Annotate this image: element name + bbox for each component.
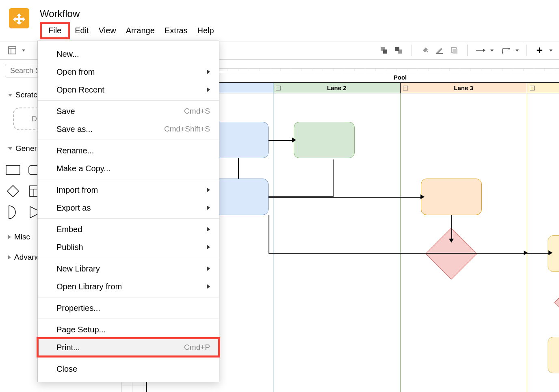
menu-item-save-as[interactable]: Save as...Cmd+Shift+S [38, 120, 219, 138]
menu-item-label: Import from [56, 185, 98, 195]
lane-4[interactable] [527, 93, 559, 392]
collapse-icon[interactable]: − [530, 86, 535, 90]
flow-decision[interactable] [554, 276, 559, 328]
menu-item-import-from[interactable]: Import from [38, 181, 219, 199]
svg-rect-4 [383, 50, 387, 54]
chevron-right-icon [207, 187, 210, 192]
menu-separator [38, 218, 219, 219]
flow-node[interactable] [421, 179, 482, 215]
svg-rect-10 [453, 49, 457, 54]
lane-header-3[interactable]: −Lane 3 [401, 83, 527, 93]
collapse-icon[interactable]: − [403, 86, 408, 90]
menu-item-new[interactable]: New... [38, 45, 219, 63]
collapse-icon[interactable]: − [276, 86, 281, 90]
svg-rect-18 [6, 166, 20, 174]
menubar: File Edit View Arrange Extras Help [40, 22, 219, 39]
menu-item-close[interactable]: Close [38, 360, 219, 378]
svg-rect-6 [395, 47, 399, 51]
menu-separator [38, 297, 219, 297]
menu-item-save[interactable]: SaveCmd+S [38, 102, 219, 120]
section-label: Misc [14, 233, 30, 241]
menu-item-label: Page Setup... [56, 325, 106, 334]
chevron-right-icon [207, 245, 210, 250]
menu-item-label: Save as... [56, 125, 93, 134]
file-menu: New...Open fromOpen RecentSaveCmd+SSave … [37, 41, 219, 382]
menu-item-label: Embed [56, 225, 82, 234]
menu-item-open-library-from[interactable]: Open Library from [38, 278, 219, 295]
waypoint-caret-icon[interactable] [516, 50, 519, 52]
menu-help[interactable]: Help [193, 22, 219, 39]
menu-item-label: Publish [56, 243, 83, 252]
svg-marker-23 [7, 185, 19, 197]
menu-item-rename[interactable]: Rename... [38, 142, 219, 159]
to-front-icon[interactable] [378, 45, 390, 56]
menu-item-print[interactable]: Print...Cmd+P [38, 338, 219, 356]
shape-rect[interactable] [5, 162, 21, 178]
menu-separator [38, 179, 219, 179]
menu-item-publish[interactable]: Publish [38, 238, 219, 256]
menu-separator [38, 319, 219, 319]
add-caret-icon[interactable] [549, 50, 552, 52]
menu-item-export-as[interactable]: Export as [38, 199, 219, 217]
menu-separator [38, 140, 219, 140]
document-title[interactable]: Workflow [40, 8, 219, 22]
arrow-caret-icon[interactable] [490, 50, 494, 52]
chevron-right-icon [207, 87, 210, 92]
lane-header-4[interactable]: −Lane 4 [527, 83, 559, 93]
menu-item-label: Print... [56, 343, 80, 352]
shape-rhombus[interactable] [5, 183, 21, 199]
menu-separator [38, 358, 219, 358]
layout-caret-icon[interactable] [22, 50, 25, 52]
svg-rect-8 [436, 53, 443, 54]
menu-edit[interactable]: Edit [70, 22, 93, 39]
menu-item-label: Export as [56, 203, 91, 213]
menu-shortcut: Cmd+Shift+S [164, 125, 210, 134]
stroke-icon[interactable] [434, 45, 445, 56]
menu-view[interactable]: View [94, 22, 121, 39]
arrow-style-icon[interactable] [475, 45, 486, 56]
header: Workflow File Edit View Arrange Extras H… [0, 0, 559, 39]
chevron-right-icon [207, 205, 210, 210]
menu-item-label: Open from [56, 67, 95, 77]
menu-item-label: New... [56, 50, 79, 59]
shadow-icon[interactable] [448, 45, 460, 56]
menu-file[interactable]: File [40, 22, 70, 39]
menu-item-new-library[interactable]: New Library [38, 260, 219, 278]
add-icon[interactable] [534, 45, 545, 56]
menu-item-make-a-copy[interactable]: Make a Copy... [38, 159, 219, 177]
chevron-right-icon [207, 284, 210, 289]
chevron-right-icon [207, 266, 210, 271]
svg-rect-0 [9, 47, 16, 54]
menu-item-label: Close [56, 364, 77, 374]
shape-halfcircle[interactable] [5, 204, 21, 220]
menu-extras[interactable]: Extras [160, 22, 193, 39]
menu-item-embed[interactable]: Embed [38, 220, 219, 238]
svg-point-7 [427, 51, 428, 52]
flow-node[interactable] [294, 122, 355, 158]
menu-separator [38, 100, 219, 101]
lane-header-2[interactable]: −Lane 2 [273, 83, 400, 93]
fill-icon[interactable] [419, 45, 431, 56]
menu-item-label: Properties... [56, 304, 100, 313]
menu-item-page-setup[interactable]: Page Setup... [38, 321, 219, 338]
menu-arrange[interactable]: Arrange [121, 22, 160, 39]
menu-item-properties[interactable]: Properties... [38, 299, 219, 317]
chevron-right-icon [207, 69, 210, 74]
menu-item-open-from[interactable]: Open from [38, 63, 219, 81]
layout-icon[interactable] [6, 45, 18, 56]
menu-separator [38, 258, 219, 258]
app-logo [9, 8, 29, 28]
menu-item-label: New Library [56, 264, 100, 274]
menu-item-label: Open Library from [56, 282, 122, 291]
flow-node[interactable] [548, 337, 559, 373]
menu-item-label: Save [56, 107, 75, 116]
to-back-icon[interactable] [393, 45, 404, 56]
menu-item-label: Open Recent [56, 85, 104, 95]
flowchart-icon [13, 12, 25, 24]
waypoint-icon[interactable] [500, 45, 511, 56]
chevron-right-icon [207, 227, 210, 232]
menu-shortcut: Cmd+P [184, 343, 210, 352]
svg-point-15 [508, 48, 510, 50]
menu-item-open-recent[interactable]: Open Recent [38, 81, 219, 99]
lane-3[interactable] [401, 93, 527, 392]
